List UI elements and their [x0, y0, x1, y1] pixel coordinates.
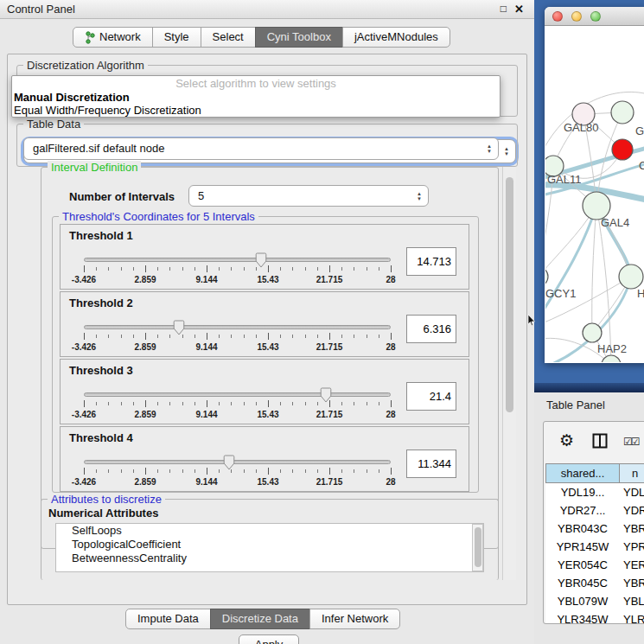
table-cell[interactable]: YBL0 [620, 592, 644, 610]
table-row[interactable]: YBR045CYBR0 [545, 574, 644, 592]
gear-icon[interactable]: ⚙ [559, 430, 574, 450]
table-cell[interactable]: YBR043C [545, 520, 620, 538]
network-node-bottom[interactable] [602, 355, 621, 362]
mac-minimize-icon[interactable] [571, 11, 582, 22]
table-data-combobox[interactable]: galFiltered.sif default node ▲▼ [23, 137, 499, 160]
dropdown-option[interactable]: Manual Discretization [12, 91, 500, 104]
table-row[interactable]: YPR145WYPR1 [545, 538, 644, 556]
slider-track[interactable] [84, 258, 391, 262]
table-cell[interactable]: YER054C [545, 556, 620, 574]
table-cell[interactable]: YDR2 [620, 501, 644, 520]
slider-track[interactable] [84, 460, 391, 464]
split-view-icon[interactable] [592, 433, 608, 449]
table-row[interactable]: YBL079WYBL0 [545, 592, 644, 610]
network-node-GCY1[interactable] [545, 267, 548, 286]
table-cell[interactable]: YER0 [620, 556, 644, 574]
tab-select[interactable]: Select [201, 27, 256, 48]
network-icon [85, 31, 95, 44]
table-cell[interactable]: YLR3 [620, 610, 644, 624]
threshold-value-field[interactable]: 14.713 [406, 247, 456, 276]
network-node-label: GCY1 [545, 287, 576, 300]
table-cell[interactable]: YDL1 [620, 483, 644, 501]
network-window-titlebar [545, 7, 644, 26]
network-node-label: HAP2 [597, 342, 627, 355]
tab-impute-data[interactable]: Impute Data [125, 609, 211, 629]
attribute-list-item[interactable]: SelfLoops [56, 524, 483, 538]
table-row[interactable]: YBR043CYBR0 [545, 520, 644, 538]
table-cell[interactable]: YDR27... [545, 501, 620, 520]
attributes-list-scrollbar[interactable] [472, 524, 483, 571]
threshold-label: Threshold 4 [69, 431, 133, 444]
table-row[interactable]: YDR27...YDR2 [545, 501, 644, 520]
tab-discretize-data[interactable]: Discretize Data [210, 609, 310, 629]
table-cell[interactable]: YBR0 [620, 574, 644, 592]
network-node-label: GAL80 [564, 121, 598, 134]
checkbox-columns-icon[interactable]: ☑☑ [623, 436, 639, 448]
table-cell[interactable]: YBL079W [545, 592, 620, 610]
table-row[interactable]: YDL19...YDL1 [545, 483, 644, 501]
threshold-value-field[interactable]: 21.4 [406, 382, 456, 411]
network-node-label: H [637, 287, 644, 300]
network-window: GAL80GCGAL11GAL4GCY1HHAP2 [545, 7, 644, 363]
network-node-G[interactable] [611, 101, 634, 124]
table-cell[interactable]: YLR345W [545, 610, 620, 624]
threshold-value-field[interactable]: 11.344 [406, 450, 456, 478]
apply-button[interactable]: Apply [239, 634, 299, 644]
network-node-label: GAL4 [601, 216, 629, 229]
mac-zoom-icon[interactable] [590, 11, 601, 22]
table-cell[interactable]: YPR1 [620, 538, 644, 556]
network-node-HAP2[interactable] [583, 323, 602, 342]
slider-track[interactable] [84, 325, 391, 329]
threshold-slider[interactable]: -3.4262.8599.14415.4321.71528 [84, 387, 391, 422]
tab-jactivemnodules-label: jActiveMNodules [354, 28, 438, 47]
table-cell[interactable]: YPR145W [545, 538, 620, 556]
dropdown-option[interactable]: Equal Width/Frequency Discretization [12, 104, 500, 117]
table-cell[interactable]: YBR0 [620, 520, 644, 538]
window-title: Control Panel [7, 3, 75, 16]
threshold-slider[interactable]: -3.4262.8599.14415.4321.71528 [84, 320, 391, 354]
tab-style[interactable]: Style [152, 27, 201, 48]
table-row[interactable]: YLR345WYLR3 [545, 610, 644, 624]
settings-scrollbar[interactable] [502, 167, 516, 580]
threshold-value-field[interactable]: 6.316 [406, 315, 456, 343]
numerical-attributes-list[interactable]: SelfLoopsTopologicalCoefficientBetweenne… [55, 523, 484, 572]
attributes-scrollbar-thumb[interactable] [475, 527, 481, 567]
close-window-icon[interactable]: ✕ [514, 3, 524, 16]
mac-close-icon[interactable] [552, 11, 563, 22]
network-canvas[interactable]: GAL80GCGAL11GAL4GCY1HHAP2 [545, 26, 644, 362]
network-node-red[interactable] [612, 139, 633, 160]
algorithm-group-title: Discretization Algorithm [23, 59, 148, 72]
slider-ticks [84, 265, 391, 273]
attribute-list-item[interactable]: TopologicalCoefficient [56, 538, 483, 552]
column-header-shared[interactable]: shared... [545, 463, 620, 483]
table-cell[interactable]: YBR045C [545, 574, 620, 592]
tab-infer-network[interactable]: Infer Network [309, 609, 400, 629]
attribute-list-item[interactable]: BetweennessCentrality [56, 552, 483, 565]
network-node-H[interactable] [619, 265, 643, 289]
table-cell[interactable]: YDL19... [545, 483, 620, 501]
network-node-label: C [639, 159, 644, 172]
table-toolbar: ⚙ ☑☑ [544, 422, 644, 460]
threshold-panel: Threshold 3 -3.4262.8599.14415.4321.7152… [60, 359, 469, 424]
settings-scrollbar-thumb[interactable] [506, 177, 513, 412]
mouse-cursor [527, 315, 535, 326]
table-panel: Table Panel ⚙ ☑☑ shared... n YDL19...YDL… [534, 392, 644, 644]
tab-network[interactable]: Network [73, 27, 153, 48]
column-header-name[interactable]: n [620, 463, 644, 483]
threshold-slider[interactable]: -3.4262.8599.14415.4321.71528 [84, 252, 391, 287]
tab-jactivemnodules[interactable]: jActiveMNodules [342, 27, 450, 48]
tab-cyni-toolbox[interactable]: Cyni Toolbox [255, 27, 343, 48]
number-of-intervals-combobox[interactable]: 5 ▲▼ [188, 185, 429, 207]
algorithm-dropdown-popup: Select algorithm to view settings Manual… [11, 75, 501, 118]
slider-tick-labels: -3.4262.8599.14415.4321.71528 [84, 410, 391, 420]
table-header-row: shared... n [545, 463, 644, 483]
control-panel-titlebar: Control Panel □ ✕ [0, 0, 534, 19]
slider-ticks [84, 333, 391, 341]
slider-track[interactable] [84, 392, 391, 397]
table-row[interactable]: YER054CYER0 [545, 556, 644, 574]
float-window-icon[interactable]: □ [501, 3, 507, 15]
threshold-slider[interactable]: -3.4262.8599.14415.4321.71528 [84, 455, 391, 489]
table-data-group-title: Table Data [23, 118, 84, 131]
threshold-coordinates-title: Threshold's Coordinates for 5 Intervals [59, 210, 258, 223]
slider-ticks [84, 400, 391, 408]
